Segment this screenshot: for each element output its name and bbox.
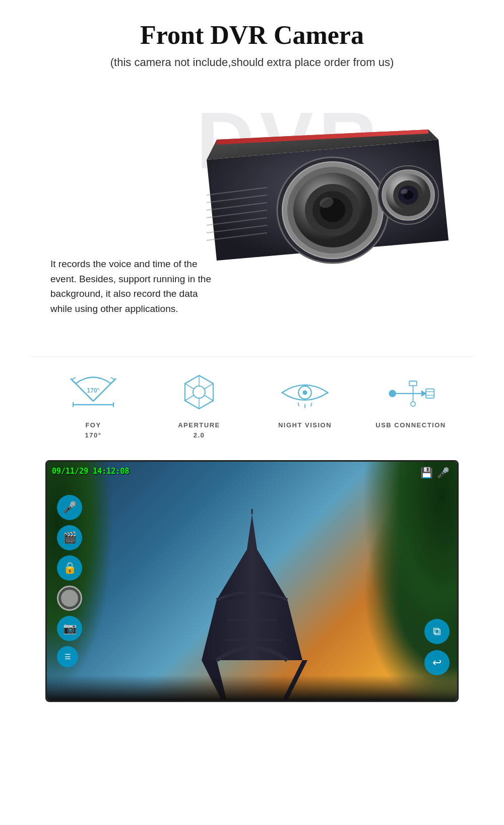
svg-line-37 [204, 384, 213, 389]
svg-line-47 [311, 402, 312, 406]
svg-rect-53 [409, 381, 417, 386]
feature-aperture: APERTURE 2.0 [154, 372, 244, 440]
svg-line-29 [111, 377, 114, 379]
svg-line-38 [204, 395, 213, 401]
aperture-label: APERTURE 2.0 [178, 420, 220, 440]
menu-button[interactable]: ☰ [57, 646, 78, 667]
camera-image [176, 99, 459, 293]
page-wrapper: Front DVR Camera (this camera not includ… [0, 0, 504, 732]
svg-marker-59 [202, 600, 302, 660]
fov-label: FOY 170° [85, 420, 102, 440]
svg-point-54 [411, 402, 415, 406]
svg-line-45 [298, 402, 299, 406]
svg-rect-55 [426, 389, 434, 398]
eiffel-tower [176, 509, 328, 701]
page-title: Front DVR Camera [30, 20, 474, 50]
svg-point-49 [389, 390, 396, 397]
feature-night-vision: NIGHT VISION [260, 372, 350, 430]
shutter-button[interactable] [57, 586, 82, 611]
mic-mute-icon: 🎤 [437, 467, 450, 479]
night-vision-label: NIGHT VISION [278, 420, 332, 430]
svg-marker-58 [217, 514, 287, 600]
dvr-timestamp: 09/11/29 14:12:08 [52, 467, 130, 476]
right-controls: ⧉ ↩ [424, 619, 450, 675]
camera-description: It records the voice and time of the eve… [50, 257, 212, 316]
photo-button[interactable]: 📷 [57, 616, 82, 641]
sd-card-icon: 💾 [420, 467, 433, 479]
svg-point-44 [302, 390, 307, 395]
svg-point-42 [193, 386, 205, 398]
camera-section: DVR [30, 84, 474, 346]
features-row: 170° FOY 170° [30, 356, 474, 460]
microphone-button[interactable]: 🎤 [57, 495, 82, 520]
fov-icon: 170° [68, 372, 118, 412]
svg-line-27 [72, 377, 76, 379]
usb-label: USB CONNECTION [375, 420, 446, 430]
top-right-controls: 💾 🎤 [420, 467, 450, 479]
dvr-interface: 09/11/29 14:12:08 💾 🎤 🎤 🎬 🔒 📷 ☰ [45, 460, 459, 702]
svg-line-40 [185, 395, 194, 401]
svg-text:170°: 170° [87, 387, 100, 394]
lock-button[interactable]: 🔒 [57, 555, 82, 581]
aperture-icon [174, 372, 224, 412]
back-button[interactable]: ↩ [424, 650, 450, 675]
svg-line-41 [185, 384, 194, 389]
page-subtitle: (this camera not include,should extra pl… [30, 56, 474, 69]
night-vision-icon [280, 372, 330, 412]
feature-fov: 170° FOY 170° [48, 372, 139, 440]
feature-usb: USB CONNECTION [365, 372, 456, 430]
overlay-button[interactable]: ⧉ [424, 619, 450, 644]
left-controls: 🎤 🎬 🔒 📷 ☰ [57, 495, 82, 667]
usb-connection-icon [386, 372, 436, 412]
video-record-button[interactable]: 🎬 [57, 525, 82, 550]
